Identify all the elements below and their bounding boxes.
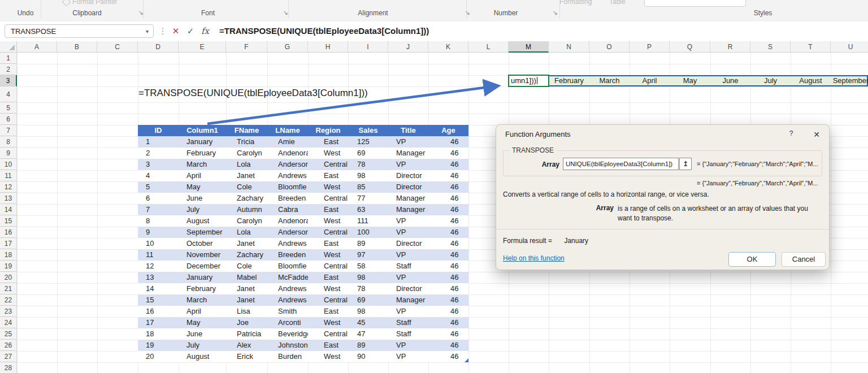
column-header-I[interactable]: I bbox=[348, 41, 388, 53]
table-cell[interactable]: 13 bbox=[138, 272, 179, 283]
row-header-3[interactable]: 3 bbox=[0, 75, 17, 86]
row-header-25[interactable]: 25 bbox=[0, 328, 17, 340]
table-cell[interactable]: 6 bbox=[138, 193, 179, 204]
column-header-M[interactable]: M bbox=[509, 41, 549, 53]
row-header-26[interactable]: 26 bbox=[0, 340, 17, 351]
table-cell[interactable]: West bbox=[308, 249, 348, 261]
table-cell[interactable]: Central bbox=[308, 159, 348, 170]
format-painter-button[interactable]: Format Painter bbox=[72, 0, 117, 6]
table-resize-handle[interactable] bbox=[465, 358, 468, 362]
table-cell[interactable]: Beveridge bbox=[267, 328, 308, 340]
table-cell[interactable]: East bbox=[308, 306, 348, 317]
table-cell[interactable]: Breeden bbox=[267, 249, 308, 261]
table-cell[interactable]: 90 bbox=[348, 351, 388, 362]
table-cell[interactable]: Andrews bbox=[267, 294, 308, 306]
table-cell[interactable]: 78 bbox=[348, 283, 388, 294]
row-header-8[interactable]: 8 bbox=[0, 136, 17, 148]
row-header-27[interactable]: 27 bbox=[0, 351, 17, 362]
dialog-launcher-icon[interactable]: ↘ bbox=[137, 8, 145, 16]
table-header-cell[interactable]: Column1 bbox=[179, 125, 226, 136]
table-cell[interactable]: Carolyn bbox=[226, 215, 267, 227]
row-header-22[interactable]: 22 bbox=[0, 294, 17, 306]
row-header-16[interactable]: 16 bbox=[0, 227, 17, 238]
array-argument-input[interactable]: UNIQUE(tblEployeeData3[Column1]) bbox=[563, 158, 679, 170]
column-header-H[interactable]: H bbox=[308, 41, 348, 53]
table-cell[interactable]: Central bbox=[308, 328, 348, 340]
table-cell[interactable]: 46 bbox=[428, 261, 468, 272]
table-header-cell[interactable]: LName bbox=[267, 125, 308, 136]
dialog-launcher-icon[interactable]: ↘ bbox=[463, 8, 471, 16]
table-cell[interactable]: 63 bbox=[348, 204, 388, 215]
table-cell[interactable]: McFadde bbox=[267, 272, 308, 283]
table-cell[interactable]: VP bbox=[388, 306, 428, 317]
table-cell[interactable]: January bbox=[179, 136, 226, 148]
column-header-A[interactable]: A bbox=[17, 41, 57, 53]
cell-styles-gallery[interactable] bbox=[644, 0, 746, 7]
table-cell[interactable]: 46 bbox=[428, 136, 468, 148]
table-cell[interactable]: Staff bbox=[388, 328, 428, 340]
row-header-19[interactable]: 19 bbox=[0, 261, 17, 272]
help-on-function-link[interactable]: Help on this function bbox=[503, 254, 565, 262]
table-cell[interactable]: West bbox=[308, 215, 348, 227]
table-cell[interactable]: Amie bbox=[267, 136, 308, 148]
table-cell[interactable]: 2 bbox=[138, 148, 179, 159]
table-cell[interactable]: West bbox=[308, 317, 348, 328]
table-cell[interactable]: VP bbox=[388, 227, 428, 238]
table-cell[interactable]: East bbox=[308, 170, 348, 181]
table-cell[interactable]: Lola bbox=[226, 159, 267, 170]
table-cell[interactable]: 46 bbox=[428, 351, 468, 362]
table-cell[interactable]: December bbox=[179, 261, 226, 272]
table-cell[interactable]: 46 bbox=[428, 227, 468, 238]
table-cell[interactable]: 98 bbox=[348, 306, 388, 317]
spill-cell[interactable]: July bbox=[750, 75, 791, 86]
dialog-launcher-icon[interactable]: ↘ bbox=[281, 8, 289, 16]
table-cell[interactable]: 89 bbox=[348, 238, 388, 249]
table-cell[interactable]: 46 bbox=[428, 272, 468, 283]
table-cell[interactable]: 69 bbox=[348, 294, 388, 306]
row-header-4[interactable]: 4 bbox=[0, 86, 17, 102]
column-header-F[interactable]: F bbox=[226, 41, 267, 53]
table-cell[interactable]: Manager bbox=[388, 294, 428, 306]
table-cell[interactable]: 46 bbox=[428, 317, 468, 328]
table-cell[interactable]: 7 bbox=[138, 204, 179, 215]
conditional-formatting-button[interactable]: Formatting bbox=[559, 0, 592, 6]
table-cell[interactable]: East bbox=[308, 340, 348, 351]
cancel-button[interactable]: Cancel bbox=[782, 252, 826, 267]
table-cell[interactable]: 46 bbox=[428, 193, 468, 204]
column-header-E[interactable]: E bbox=[179, 41, 226, 53]
table-cell[interactable]: 46 bbox=[428, 306, 468, 317]
table-cell[interactable]: 97 bbox=[348, 249, 388, 261]
table-cell[interactable]: Andrews bbox=[267, 238, 308, 249]
table-cell[interactable]: 69 bbox=[348, 148, 388, 159]
table-cell[interactable]: 89 bbox=[348, 340, 388, 351]
table-cell[interactable]: Erick bbox=[226, 351, 267, 362]
table-cell[interactable]: February bbox=[179, 283, 226, 294]
dialog-launcher-icon[interactable]: ↘ bbox=[551, 8, 559, 16]
table-cell[interactable]: 100 bbox=[348, 227, 388, 238]
column-header-C[interactable]: C bbox=[97, 41, 138, 53]
row-header-2[interactable]: 2 bbox=[0, 64, 17, 75]
format-as-table-button[interactable]: Table bbox=[609, 0, 626, 6]
table-cell[interactable]: VP bbox=[388, 136, 428, 148]
table-cell[interactable]: July bbox=[179, 340, 226, 351]
table-cell[interactable]: Janet bbox=[226, 283, 267, 294]
table-cell[interactable]: West bbox=[308, 283, 348, 294]
row-header-23[interactable]: 23 bbox=[0, 306, 17, 317]
column-header-B[interactable]: B bbox=[57, 41, 97, 53]
table-cell[interactable]: 77 bbox=[348, 193, 388, 204]
ok-button[interactable]: OK bbox=[728, 252, 776, 267]
table-cell[interactable]: Manager bbox=[388, 193, 428, 204]
table-cell[interactable]: Cole bbox=[226, 181, 267, 193]
table-cell[interactable]: March bbox=[179, 159, 226, 170]
column-header-S[interactable]: S bbox=[750, 41, 791, 53]
column-header-R[interactable]: R bbox=[710, 41, 750, 53]
table-cell[interactable]: VP bbox=[388, 249, 428, 261]
table-cell[interactable]: 46 bbox=[428, 249, 468, 261]
table-cell[interactable]: Director bbox=[388, 283, 428, 294]
row-header-18[interactable]: 18 bbox=[0, 249, 17, 261]
table-cell[interactable]: April bbox=[179, 306, 226, 317]
table-cell[interactable]: September bbox=[179, 227, 226, 238]
table-cell[interactable]: Staff bbox=[388, 261, 428, 272]
table-cell[interactable]: Breeden bbox=[267, 193, 308, 204]
table-cell[interactable]: Central bbox=[308, 227, 348, 238]
